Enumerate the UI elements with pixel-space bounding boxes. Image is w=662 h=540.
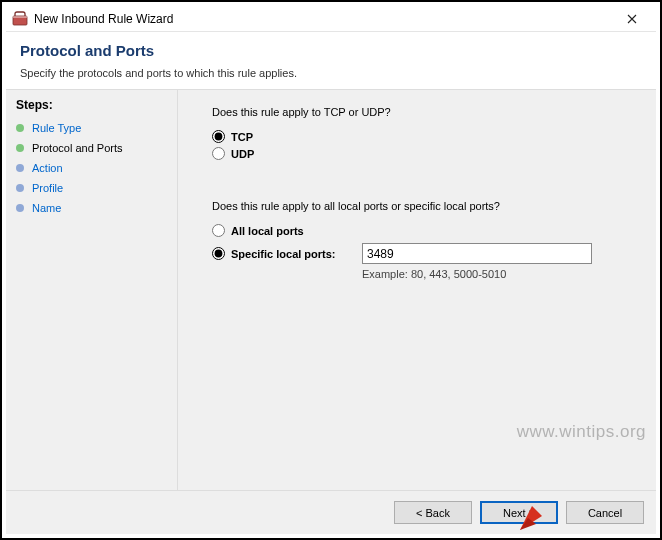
radio-specific-ports[interactable] [212, 247, 225, 260]
step-bullet-icon [16, 124, 24, 132]
next-button[interactable]: Next > [480, 501, 558, 524]
watermark: www.wintips.org [517, 422, 646, 442]
svg-rect-1 [13, 16, 27, 18]
wizard-header: Protocol and Ports Specify the protocols… [6, 32, 656, 89]
step-profile[interactable]: Profile [16, 178, 167, 198]
radio-tcp-label: TCP [231, 131, 253, 143]
radio-all-ports-row[interactable]: All local ports [212, 224, 636, 237]
step-bullet-icon [16, 164, 24, 172]
step-label: Name [32, 202, 61, 214]
window-title: New Inbound Rule Wizard [34, 12, 612, 26]
specific-ports-input[interactable] [362, 243, 592, 264]
app-icon [12, 11, 28, 27]
radio-all-ports[interactable] [212, 224, 225, 237]
ports-example-text: Example: 80, 443, 5000-5010 [362, 268, 636, 280]
ports-question: Does this rule apply to all local ports … [212, 200, 636, 212]
step-protocol-and-ports[interactable]: Protocol and Ports [16, 138, 167, 158]
step-label: Rule Type [32, 122, 81, 134]
close-button[interactable] [612, 7, 652, 31]
protocol-question: Does this rule apply to TCP or UDP? [212, 106, 636, 118]
steps-sidebar: Steps: Rule Type Protocol and Ports Acti… [6, 90, 178, 490]
cancel-button[interactable]: Cancel [566, 501, 644, 524]
step-label: Profile [32, 182, 63, 194]
radio-tcp[interactable] [212, 130, 225, 143]
wizard-content: Does this rule apply to TCP or UDP? TCP … [178, 90, 656, 490]
wizard-footer: < Back Next > Cancel [6, 490, 656, 534]
radio-udp[interactable] [212, 147, 225, 160]
titlebar: New Inbound Rule Wizard [6, 6, 656, 32]
back-button[interactable]: < Back [394, 501, 472, 524]
radio-tcp-row[interactable]: TCP [212, 130, 636, 143]
step-label: Action [32, 162, 63, 174]
radio-udp-row[interactable]: UDP [212, 147, 636, 160]
radio-all-ports-label: All local ports [231, 225, 304, 237]
page-heading: Protocol and Ports [20, 42, 642, 59]
radio-specific-ports-row[interactable]: Specific local ports: [212, 247, 362, 260]
radio-udp-label: UDP [231, 148, 254, 160]
step-bullet-icon [16, 204, 24, 212]
step-rule-type[interactable]: Rule Type [16, 118, 167, 138]
steps-label: Steps: [16, 98, 167, 112]
step-label: Protocol and Ports [32, 142, 123, 154]
step-action[interactable]: Action [16, 158, 167, 178]
page-subtitle: Specify the protocols and ports to which… [20, 67, 642, 79]
step-bullet-icon [16, 144, 24, 152]
step-name[interactable]: Name [16, 198, 167, 218]
step-bullet-icon [16, 184, 24, 192]
radio-specific-ports-label: Specific local ports: [231, 248, 336, 260]
